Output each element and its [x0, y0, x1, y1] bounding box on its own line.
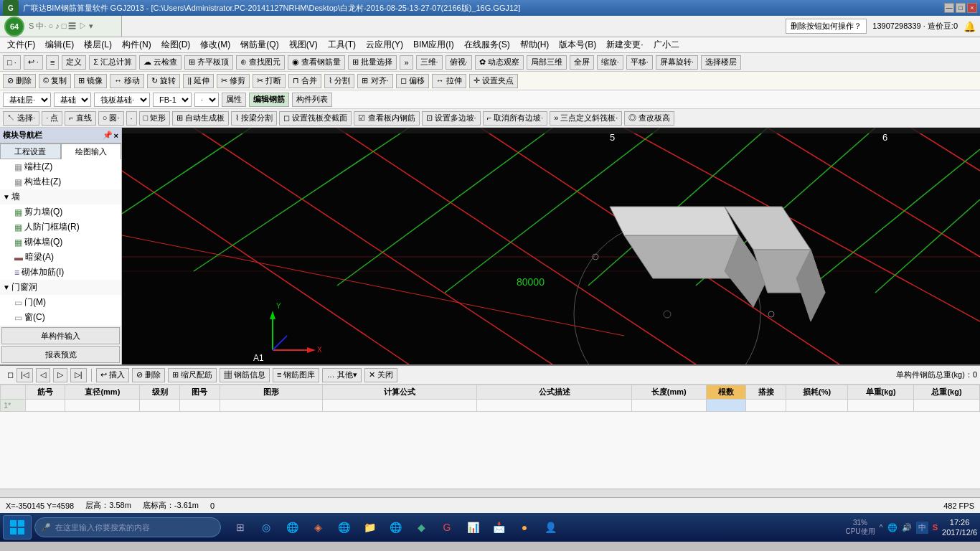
toolbar2-btn[interactable]: ⊡ 设置多边坡·	[422, 111, 481, 126]
menu-item-[interactable]: 广小二	[649, 37, 684, 52]
edit-btn[interactable]: ↔ 移动	[110, 74, 144, 88]
toolbar2-btn[interactable]: ⊞ 自动生成板	[172, 111, 229, 126]
taskbar-g[interactable]: G	[436, 517, 458, 538]
search-box[interactable]: 🎤 在这里输入你要搜索的内容	[34, 517, 221, 537]
taskbar-file[interactable]: 📁	[359, 517, 380, 538]
toolbar2-btn[interactable]: ⌇ 按梁分割	[231, 111, 277, 126]
toolbar1-btn[interactable]: ✿ 动态观察	[475, 55, 524, 70]
toolbar1-btn[interactable]: □ ·	[3, 55, 21, 70]
taskbar-edge[interactable]: ◎	[255, 517, 277, 538]
td-loss[interactable]	[786, 400, 847, 412]
menu-item-Y[interactable]: 云应用(Y)	[362, 37, 407, 52]
breadcrumb-select[interactable]: ·	[194, 93, 219, 107]
clock[interactable]: 17:26 2017/12/6	[942, 517, 977, 538]
toolbar1-btn[interactable]: 选择楼层	[701, 55, 741, 70]
nav-item-duanzhu[interactable]: ▦ 端柱(Z)	[0, 159, 121, 174]
nav-item-door[interactable]: ▭门(M)	[0, 295, 121, 310]
edit-btn[interactable]: ↻ 旋转	[147, 74, 180, 88]
menu-item-L[interactable]: 楼层(L)	[80, 37, 116, 52]
td-length[interactable]	[631, 400, 706, 412]
taskbar-firefox[interactable]: ◈	[307, 517, 329, 538]
toolbar1-btn[interactable]: ≡	[46, 55, 59, 70]
close-rebar-btn[interactable]: ✕ 关闭	[364, 368, 397, 382]
menu-item-H[interactable]: 帮助(H)	[516, 37, 554, 52]
maximize-button[interactable]: □	[956, 3, 966, 13]
single-component-input-button[interactable]: 单构件输入	[1, 327, 120, 344]
toolbar2-btn[interactable]: ◎ 查改板高	[624, 111, 674, 126]
menu-item-D[interactable]: 绘图(D)	[157, 37, 195, 52]
minimize-button[interactable]: —	[944, 3, 954, 13]
edit-btn[interactable]: ◻ 偏移	[396, 74, 429, 88]
horizontal-scrollbar[interactable]	[0, 489, 980, 497]
nav-tab-project[interactable]: 工程设置	[0, 143, 61, 159]
breadcrumb-select[interactable]: FB-1	[153, 93, 192, 107]
nav-item-qiwall[interactable]: ▦砌体墙(Q)	[0, 235, 121, 250]
taskbar-green[interactable]: ◆	[410, 517, 432, 538]
panel-close-icon[interactable]: ×	[114, 131, 118, 140]
toolbar2-btn[interactable]: □ 矩形	[139, 111, 171, 126]
edit-btn[interactable]: ⊞ 对齐·	[357, 74, 392, 88]
nav-item-gouzao[interactable]: ▦ 构造柱(Z)	[0, 174, 121, 189]
taskbar-ie1[interactable]: 🌐	[281, 517, 303, 538]
menu-item-V[interactable]: 视图(V)	[285, 37, 322, 52]
table-row[interactable]: 1*	[1, 400, 980, 412]
menu-item-B[interactable]: 版本号(B)	[555, 37, 600, 52]
toolbar1-btn[interactable]: ⊕ 查找图元	[236, 55, 285, 70]
edit-btn[interactable]: © 复制	[39, 74, 71, 88]
td-count[interactable]	[706, 400, 746, 412]
menu-item-Q[interactable]: 钢筋量(Q)	[236, 37, 283, 52]
taskbar-chart[interactable]: 📊	[462, 517, 484, 538]
edit-rebar-button[interactable]: 编辑钢筋	[249, 93, 289, 107]
delete-rebar-btn[interactable]: ⊘ 删除	[132, 368, 165, 382]
edit-btn[interactable]: ↔ 拉伸	[432, 74, 466, 88]
tray-sogou[interactable]: S	[933, 523, 938, 532]
menu-item-F[interactable]: 文件(F)	[3, 37, 39, 52]
toolbar1-btn[interactable]: ⊞ 批量选择	[348, 55, 397, 70]
breadcrumb-select[interactable]: 筏板基础·	[94, 93, 150, 107]
tray-volume[interactable]: 🔊	[902, 523, 912, 532]
menu-item-S[interactable]: 在线服务(S)	[460, 37, 514, 52]
edit-btn[interactable]: ⊓ 合并	[288, 74, 321, 88]
td-formula[interactable]	[323, 400, 477, 412]
close-button[interactable]: ×	[967, 3, 977, 13]
window-controls[interactable]: — □ ×	[944, 3, 977, 13]
edit-btn[interactable]: ✛ 设置夹点	[469, 74, 518, 88]
tray-network[interactable]: 🌐	[887, 523, 897, 532]
edit-btn[interactable]: ⊘ 删除	[3, 74, 36, 88]
tray-ime[interactable]: 中	[916, 522, 928, 534]
snap-prev-start-btn[interactable]: |◁	[17, 368, 33, 382]
toolbar1-btn[interactable]: 全屏	[570, 55, 594, 70]
nav-item-jianliwall[interactable]: ▦剪力墙(Q)	[0, 204, 121, 220]
td-lap[interactable]	[746, 400, 786, 412]
report-preview-button[interactable]: 报表预览	[1, 346, 120, 363]
menu-item-T[interactable]: 工具(T)	[324, 37, 360, 52]
nav-item-anliang[interactable]: ▬暗梁(A)	[0, 250, 121, 265]
menu-item-M[interactable]: 修改(M)	[196, 37, 235, 52]
toolbar2-btn[interactable]: ↖ 选择·	[3, 111, 39, 126]
toolbar1-btn[interactable]: 局部三维	[527, 55, 567, 70]
insert-btn[interactable]: ↩ 插入	[96, 368, 129, 382]
rebar-library-btn[interactable]: ≡ 钢筋图库	[273, 368, 319, 382]
menu-item-[interactable]: 新建变更·	[602, 37, 647, 52]
toolbar1-btn[interactable]: ◉ 查看钢筋量	[288, 55, 345, 70]
taskbar-orange[interactable]: ●	[514, 517, 535, 538]
toolbar1-btn[interactable]: 缩放·	[597, 55, 623, 70]
snap-next-btn[interactable]: ▷	[53, 368, 67, 382]
td-level[interactable]	[140, 400, 180, 412]
toolbar1-btn[interactable]: ☁ 云检查	[139, 55, 182, 70]
toolbar2-btn[interactable]: ◻ 设置筏板变截面	[279, 111, 352, 126]
taskbar-ie3[interactable]: 🌐	[385, 517, 406, 538]
td-totalwt[interactable]	[914, 400, 980, 412]
nav-tab-draw[interactable]: 绘图输入	[61, 143, 122, 159]
taskbar-people[interactable]: 👤	[540, 517, 561, 538]
nav-item-qijin[interactable]: ≡砌体加筋(I)	[0, 265, 121, 280]
snap-resize-icon[interactable]: ◻	[7, 370, 14, 380]
breadcrumb-select[interactable]: 基础	[54, 93, 91, 107]
breadcrumb-select[interactable]: 基础层·	[3, 93, 51, 107]
toolbar1-btn[interactable]: 三维·	[416, 55, 443, 70]
toolbar1-btn[interactable]: ↩ ·	[24, 55, 43, 70]
snap-next-end-btn[interactable]: ▷|	[70, 368, 87, 382]
td-desc[interactable]	[477, 400, 631, 412]
edit-btn[interactable]: || 延伸	[183, 74, 214, 88]
edit-btn[interactable]: ✂ 打断	[253, 74, 286, 88]
